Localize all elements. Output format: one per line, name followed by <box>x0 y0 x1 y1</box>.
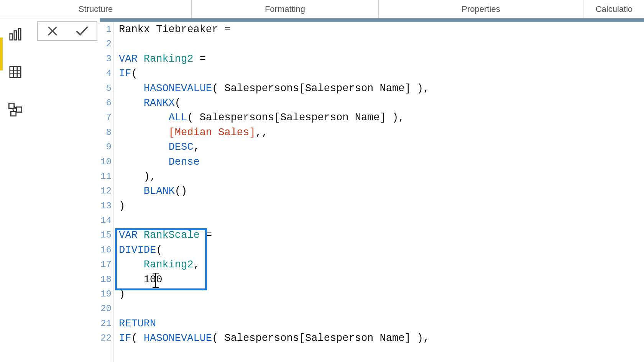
code-line[interactable]: VAR RankScale = <box>119 228 644 242</box>
line-number: 13 <box>100 199 113 213</box>
tab-structure[interactable]: Structure <box>0 0 192 18</box>
active-view-indicator <box>0 38 3 70</box>
line-number: 3 <box>100 52 113 66</box>
report-view-icon[interactable] <box>7 26 24 43</box>
code-area[interactable]: Rankx Tiebreaker = VAR Ranking2 =IF( HAS… <box>119 22 644 362</box>
line-number-gutter: 12345678910111213141516171819202122 <box>100 22 113 362</box>
code-line[interactable]: DESC, <box>119 140 644 154</box>
line-number: 11 <box>100 169 113 184</box>
code-line[interactable]: BLANK() <box>119 184 644 198</box>
svg-rect-2 <box>18 28 21 40</box>
line-number: 17 <box>100 257 113 272</box>
code-line[interactable]: VAR Ranking2 = <box>119 52 644 66</box>
line-number: 22 <box>100 331 113 346</box>
svg-rect-9 <box>16 107 21 112</box>
code-line[interactable]: ) <box>119 199 644 213</box>
code-line[interactable] <box>119 301 644 316</box>
line-number: 2 <box>100 37 113 51</box>
model-view-icon[interactable] <box>7 101 24 118</box>
line-number: 10 <box>100 155 113 169</box>
code-line[interactable]: ) <box>119 287 644 301</box>
line-number: 19 <box>100 287 113 301</box>
line-number: 5 <box>100 81 113 96</box>
line-number: 12 <box>100 184 113 198</box>
editor-top-accent <box>100 18 644 22</box>
code-line[interactable]: ALL( Salespersons[Salesperson Name] ), <box>119 110 644 125</box>
svg-rect-0 <box>10 34 12 40</box>
code-line[interactable]: RANKX( <box>119 96 644 110</box>
line-number: 8 <box>100 125 113 140</box>
line-number: 15 <box>100 228 113 242</box>
code-line[interactable]: Dense <box>119 155 644 169</box>
code-line[interactable]: [Median Sales],, <box>119 125 644 140</box>
code-line[interactable]: 100 <box>119 272 644 287</box>
code-line[interactable]: Ranking2, <box>119 257 644 272</box>
svg-line-12 <box>13 108 13 111</box>
tab-properties[interactable]: Properties <box>379 0 583 18</box>
dax-editor[interactable]: 12345678910111213141516171819202122 Rank… <box>100 18 644 362</box>
top-tabstrip: Structure Formatting Properties Calculat… <box>0 0 644 18</box>
line-number: 18 <box>100 272 113 287</box>
tab-formatting[interactable]: Formatting <box>192 0 379 18</box>
code-line[interactable]: HASONEVALUE( Salespersons[Salesperson Na… <box>119 81 644 96</box>
code-line[interactable]: Rankx Tiebreaker = <box>119 22 644 37</box>
tab-calculation[interactable]: Calculatio <box>583 0 644 18</box>
code-line[interactable]: ), <box>119 169 644 184</box>
svg-rect-10 <box>11 111 16 116</box>
code-line[interactable] <box>119 213 644 228</box>
svg-rect-1 <box>14 31 16 40</box>
line-number: 14 <box>100 213 113 228</box>
code-line[interactable]: IF( <box>119 66 644 81</box>
svg-rect-8 <box>9 103 14 108</box>
cancel-formula-button[interactable] <box>38 22 67 40</box>
line-number: 16 <box>100 243 113 257</box>
line-number: 20 <box>100 301 113 316</box>
line-number: 1 <box>100 22 113 37</box>
code-line[interactable]: RETURN <box>119 316 644 331</box>
commit-formula-button[interactable] <box>67 22 97 40</box>
line-number: 21 <box>100 316 113 331</box>
text-caret <box>155 273 156 288</box>
line-number: 7 <box>100 110 113 125</box>
code-line[interactable] <box>119 37 644 51</box>
line-number: 4 <box>100 66 113 81</box>
line-number: 6 <box>100 96 113 110</box>
left-view-rail <box>0 18 31 362</box>
data-view-icon[interactable] <box>7 64 24 80</box>
code-line[interactable]: IF( HASONEVALUE( Salespersons[Salesperso… <box>119 331 644 346</box>
formula-bar-buttons <box>37 21 97 41</box>
code-line[interactable]: DIVIDE( <box>119 243 644 257</box>
svg-rect-3 <box>10 67 21 78</box>
line-number: 9 <box>100 140 113 154</box>
